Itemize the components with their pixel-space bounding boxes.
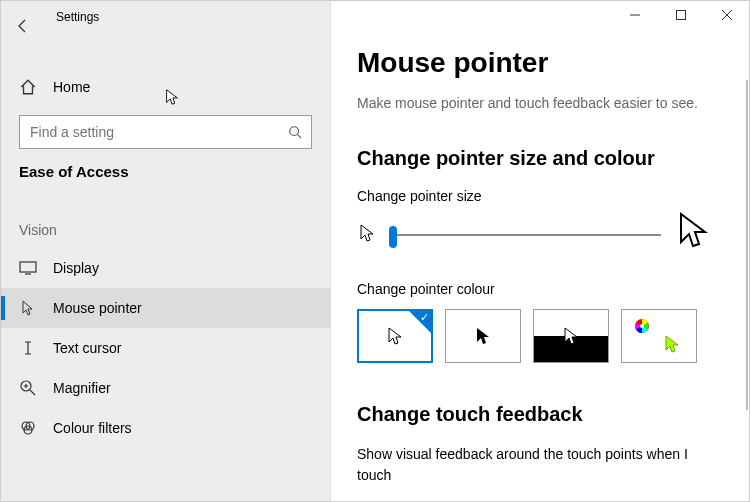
svg-point-7 <box>640 324 644 328</box>
sidebar-item-mouse-pointer[interactable]: Mouse pointer <box>1 288 330 328</box>
maximize-button[interactable] <box>658 0 704 30</box>
svg-point-0 <box>290 127 299 136</box>
scroll-indicator[interactable] <box>746 80 748 410</box>
minimize-icon <box>630 10 640 20</box>
section-touch-feedback: Change touch feedback <box>357 403 723 426</box>
magnifier-icon <box>19 379 37 397</box>
arrow-left-icon <box>15 18 31 34</box>
back-button[interactable] <box>1 9 45 43</box>
home-icon <box>19 78 37 96</box>
touch-feedback-desc: Show visual feedback around the touch po… <box>357 444 723 486</box>
page-title: Mouse pointer <box>357 47 723 79</box>
sidebar: Settings Home Ease of Access Vision Disp… <box>1 1 331 501</box>
svg-rect-8 <box>677 11 686 20</box>
search-input[interactable] <box>20 124 279 140</box>
display-icon <box>19 259 37 277</box>
pointer-size-slider[interactable] <box>357 216 723 253</box>
home-link[interactable]: Home <box>1 67 330 107</box>
colour-option-inverted[interactable] <box>533 309 609 363</box>
window-controls <box>612 0 750 30</box>
group-heading: Vision <box>1 222 330 238</box>
page-intro: Make mouse pointer and touch feedback ea… <box>357 95 723 111</box>
search-icon <box>279 125 311 139</box>
sidebar-item-label: Colour filters <box>53 420 132 436</box>
sidebar-item-magnifier[interactable]: Magnifier <box>1 368 330 408</box>
cursor-small-icon <box>357 223 377 246</box>
pointer-colour-label: Change pointer colour <box>357 281 723 297</box>
search-box[interactable] <box>19 115 312 149</box>
colour-option-custom[interactable] <box>621 309 697 363</box>
pointer-colour-options: ✓ <box>357 309 723 363</box>
minimize-button[interactable] <box>612 0 658 30</box>
sidebar-item-label: Text cursor <box>53 340 121 356</box>
sidebar-item-label: Mouse pointer <box>53 300 142 316</box>
home-label: Home <box>53 79 90 95</box>
category-heading: Ease of Access <box>1 163 330 180</box>
close-icon <box>722 10 732 20</box>
mouse-pointer-icon <box>19 299 37 317</box>
colour-wheel-icon <box>634 318 654 338</box>
maximize-icon <box>676 10 686 20</box>
sidebar-item-text-cursor[interactable]: Text cursor <box>1 328 330 368</box>
sidebar-item-colour-filters[interactable]: Colour filters <box>1 408 330 448</box>
check-icon: ✓ <box>420 311 429 324</box>
sidebar-item-display[interactable]: Display <box>1 248 330 288</box>
slider-track[interactable] <box>389 234 661 236</box>
slider-thumb[interactable] <box>389 226 397 248</box>
colour-option-black[interactable] <box>445 309 521 363</box>
sidebar-item-label: Magnifier <box>53 380 111 396</box>
svg-rect-1 <box>20 262 36 272</box>
section-size-colour: Change pointer size and colour <box>357 147 723 170</box>
pointer-size-label: Change pointer size <box>357 188 723 204</box>
text-cursor-icon <box>19 339 37 357</box>
sidebar-item-label: Display <box>53 260 99 276</box>
colour-filters-icon <box>19 419 37 437</box>
main-content: Mouse pointer Make mouse pointer and tou… <box>331 1 749 501</box>
close-button[interactable] <box>704 0 750 30</box>
cursor-large-icon <box>673 216 713 253</box>
colour-option-white[interactable]: ✓ <box>357 309 433 363</box>
app-title: Settings <box>56 10 99 24</box>
